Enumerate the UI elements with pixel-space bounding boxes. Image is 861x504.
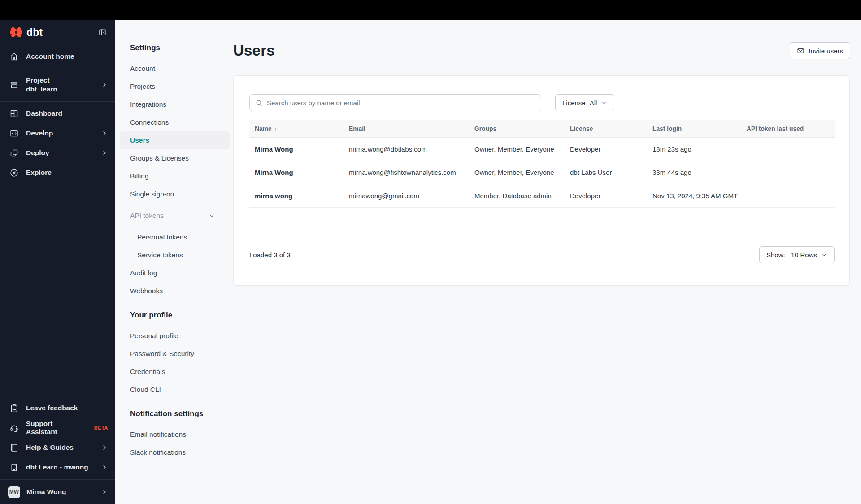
sidebar-item-account-home[interactable]: Account home [0, 45, 115, 68]
beta-badge: BETA [94, 425, 108, 430]
chevron-right-icon [101, 81, 108, 88]
home-icon [9, 52, 19, 61]
sidebar-footer: Leave feedback Support Assistant BETA He… [0, 398, 115, 504]
settings-nav: Settings Account Projects Integrations C… [115, 20, 233, 504]
cell-groups: Owner, Member, Everyone [469, 169, 565, 176]
cell-email: mirna.wong@fishtownanalytics.com [344, 169, 469, 176]
avatar: MW [8, 486, 20, 498]
sidebar-item-sublabel: dbt_learn [26, 85, 57, 94]
settings-item-cloud-cli[interactable]: Cloud CLI [130, 381, 233, 399]
settings-item-slack-notifications[interactable]: Slack notifications [130, 443, 233, 461]
sidebar-item-dashboard[interactable]: Dashboard [0, 104, 115, 123]
sidebar-user-menu[interactable]: MW Mirna Wong [0, 480, 115, 504]
sidebar-item-label: Leave feedback [26, 404, 78, 412]
sidebar-item-dbt-learn[interactable]: dbt Learn - mwong [0, 457, 115, 477]
settings-item-email-notifications[interactable]: Email notifications [130, 426, 233, 443]
cell-email: mirnawong@gmail.com [344, 192, 469, 200]
cell-name: mirna wong [249, 192, 344, 200]
column-header-license[interactable]: License [565, 126, 647, 132]
dashboard-grid-icon [9, 109, 19, 118]
chevron-down-icon [821, 252, 827, 258]
cell-name: Mirna Wong [249, 169, 344, 176]
cell-groups: Member, Database admin [469, 192, 565, 200]
settings-item-connections[interactable]: Connections [130, 113, 233, 131]
book-icon [9, 443, 19, 452]
table-row[interactable]: mirna wong mirnawong@gmail.com Member, D… [249, 184, 835, 208]
compass-icon [9, 168, 19, 178]
page-title: Users [233, 42, 275, 59]
sidebar-item-support-assistant[interactable]: Support Assistant BETA [0, 418, 115, 438]
column-header-name[interactable]: Name↑ [249, 126, 344, 132]
sidebar-nav: Account home Project dbt_learn Dashboard… [0, 45, 115, 504]
sort-ascending-icon: ↑ [274, 126, 278, 132]
settings-item-personal-tokens[interactable]: Personal tokens [130, 228, 233, 246]
settings-item-credentials[interactable]: Credentials [130, 363, 233, 381]
sidebar-item-label: dbt Learn - mwong [26, 463, 88, 471]
dbt-logo-icon [9, 26, 22, 39]
app-sidebar: dbt Account home Project dbt_learn [0, 20, 115, 504]
settings-item-personal-profile[interactable]: Personal profile [130, 327, 233, 345]
settings-item-integrations[interactable]: Integrations [130, 96, 233, 113]
settings-item-projects[interactable]: Projects [130, 78, 233, 96]
chevron-right-icon [101, 149, 108, 156]
settings-item-service-tokens[interactable]: Service tokens [130, 246, 233, 264]
cell-last-login: 33m 44s ago [647, 169, 741, 176]
cell-license: Developer [565, 145, 647, 153]
sidebar-item-label: Dashboard [26, 109, 62, 117]
license-filter-dropdown[interactable]: License All [555, 94, 614, 111]
cell-license: Developer [565, 192, 647, 200]
settings-item-webhooks[interactable]: Webhooks [130, 282, 233, 300]
sidebar-item-help-guides[interactable]: Help & Guides [0, 438, 115, 457]
sidebar-item-label: Support Assistant [26, 420, 83, 436]
sidebar-item-label: Account home [26, 52, 74, 61]
chevron-right-icon [101, 464, 108, 471]
column-header-last-login[interactable]: Last login [647, 126, 741, 132]
settings-item-groups-licenses[interactable]: Groups & Licenses [130, 149, 233, 167]
search-input[interactable] [267, 99, 535, 107]
logo-row: dbt [0, 20, 115, 45]
sidebar-item-leave-feedback[interactable]: Leave feedback [0, 398, 115, 418]
chevron-right-icon [101, 488, 108, 495]
sidebar-item-deploy[interactable]: Deploy [0, 143, 115, 163]
column-header-groups[interactable]: Groups [469, 126, 565, 132]
sidebar-item-project[interactable]: Project dbt_learn [0, 68, 115, 101]
settings-item-audit-log[interactable]: Audit log [130, 264, 233, 282]
invite-users-label: Invite users [809, 47, 843, 55]
collapse-sidebar-icon[interactable] [98, 28, 107, 37]
cell-license: dbt Labs User [565, 169, 647, 176]
clipboard-icon [9, 403, 19, 413]
settings-item-users[interactable]: Users [120, 131, 230, 149]
chevron-right-icon [101, 444, 108, 451]
loaded-count: Loaded 3 of 3 [249, 251, 291, 259]
building-icon [9, 462, 19, 472]
show-rows-label: Show: [766, 251, 785, 259]
settings-item-billing[interactable]: Billing [130, 167, 233, 185]
code-window-icon [9, 128, 19, 138]
sidebar-item-explore[interactable]: Explore [0, 163, 115, 182]
sidebar-item-develop[interactable]: Develop [0, 123, 115, 143]
users-card: License All Name↑ Email Groups License L… [233, 75, 850, 286]
cell-last-login: 18m 23s ago [647, 145, 741, 153]
table-row[interactable]: Mirna Wong mirna.wong@dbtlabs.com Owner,… [249, 138, 835, 161]
table-header-row: Name↑ Email Groups License Last login AP… [249, 120, 835, 138]
notification-settings-heading: Notification settings [130, 408, 233, 419]
envelope-icon [797, 47, 804, 55]
table-row[interactable]: Mirna Wong mirna.wong@fishtownanalytics.… [249, 161, 835, 184]
search-icon [255, 99, 263, 107]
license-filter-value: All [590, 99, 597, 107]
license-filter-label: License [562, 99, 586, 107]
cell-last-login: Nov 13, 2024, 9:35 AM GMT [647, 192, 741, 200]
settings-heading: Settings [130, 43, 233, 53]
settings-item-account[interactable]: Account [130, 60, 233, 78]
sidebar-item-label: Project [26, 76, 57, 85]
invite-users-button[interactable]: Invite users [790, 42, 850, 59]
settings-item-api-tokens[interactable]: API tokens [130, 207, 233, 225]
sidebar-item-label: Develop [26, 129, 53, 137]
show-rows-value: 10 Rows [791, 251, 817, 259]
column-header-email[interactable]: Email [344, 126, 469, 132]
chevron-down-icon [208, 212, 215, 219]
column-header-api-token-last-used[interactable]: API token last used [741, 126, 835, 132]
show-rows-dropdown[interactable]: Show: 10 Rows [759, 246, 835, 263]
settings-item-password-security[interactable]: Password & Security [130, 345, 233, 363]
settings-item-single-sign-on[interactable]: Single sign-on [130, 185, 233, 203]
